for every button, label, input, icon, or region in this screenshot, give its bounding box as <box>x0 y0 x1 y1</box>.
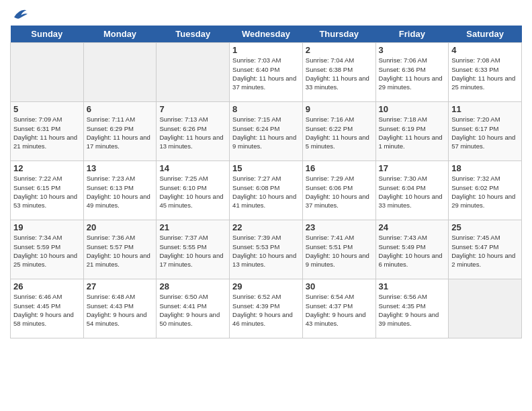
calendar-cell: 3Sunrise: 7:06 AM Sunset: 6:36 PM Daylig… <box>375 43 449 102</box>
calendar-cell: 30Sunrise: 6:54 AM Sunset: 4:37 PM Dayli… <box>302 279 375 338</box>
day-number: 30 <box>306 281 373 291</box>
day-info: Sunrise: 7:25 AM Sunset: 6:10 PM Dayligh… <box>159 174 226 210</box>
calendar-cell: 24Sunrise: 7:43 AM Sunset: 5:49 PM Dayli… <box>375 220 449 279</box>
calendar-cell: 16Sunrise: 7:29 AM Sunset: 6:06 PM Dayli… <box>302 161 375 220</box>
day-number: 28 <box>159 281 226 291</box>
day-info: Sunrise: 7:13 AM Sunset: 6:26 PM Dayligh… <box>159 115 226 150</box>
day-header-saturday: Saturday <box>449 26 522 43</box>
day-info: Sunrise: 7:09 AM Sunset: 6:31 PM Dayligh… <box>13 115 81 150</box>
day-number: 11 <box>451 104 519 114</box>
day-number: 8 <box>232 104 300 114</box>
header-row: SundayMondayTuesdayWednesdayThursdayFrid… <box>11 26 522 43</box>
calendar-cell: 14Sunrise: 7:25 AM Sunset: 6:10 PM Dayli… <box>157 161 230 220</box>
logo-bird-icon <box>11 7 28 20</box>
day-number: 23 <box>306 222 373 232</box>
day-number: 29 <box>232 281 300 291</box>
calendar-container: SundayMondayTuesdayWednesdayThursdayFrid… <box>0 0 532 345</box>
day-info: Sunrise: 7:29 AM Sunset: 6:06 PM Dayligh… <box>306 174 373 210</box>
day-number: 17 <box>379 163 446 173</box>
page-header <box>10 7 522 20</box>
calendar-cell: 2Sunrise: 7:04 AM Sunset: 6:38 PM Daylig… <box>302 43 375 102</box>
day-number: 2 <box>306 45 373 55</box>
calendar-cell: 21Sunrise: 7:37 AM Sunset: 5:55 PM Dayli… <box>157 220 230 279</box>
day-info: Sunrise: 7:20 AM Sunset: 6:17 PM Dayligh… <box>451 115 519 150</box>
calendar-cell: 28Sunrise: 6:50 AM Sunset: 4:41 PM Dayli… <box>157 279 230 338</box>
calendar-cell: 31Sunrise: 6:56 AM Sunset: 4:35 PM Dayli… <box>375 279 449 338</box>
calendar-cell: 9Sunrise: 7:16 AM Sunset: 6:22 PM Daylig… <box>302 102 375 161</box>
day-info: Sunrise: 7:11 AM Sunset: 6:29 PM Dayligh… <box>87 115 154 150</box>
day-info: Sunrise: 7:04 AM Sunset: 6:38 PM Dayligh… <box>306 56 373 91</box>
day-number: 5 <box>13 104 81 114</box>
day-number: 25 <box>451 222 519 232</box>
day-info: Sunrise: 6:50 AM Sunset: 4:41 PM Dayligh… <box>159 292 226 328</box>
calendar-cell: 22Sunrise: 7:39 AM Sunset: 5:53 PM Dayli… <box>230 220 303 279</box>
week-row-5: 26Sunrise: 6:46 AM Sunset: 4:45 PM Dayli… <box>11 279 522 338</box>
week-row-2: 5Sunrise: 7:09 AM Sunset: 6:31 PM Daylig… <box>11 102 522 161</box>
calendar-cell <box>449 279 522 338</box>
day-info: Sunrise: 7:32 AM Sunset: 6:02 PM Dayligh… <box>451 174 519 210</box>
day-info: Sunrise: 7:03 AM Sunset: 6:40 PM Dayligh… <box>232 56 300 91</box>
day-number: 6 <box>87 104 154 114</box>
day-number: 1 <box>232 45 300 55</box>
calendar-cell: 20Sunrise: 7:36 AM Sunset: 5:57 PM Dayli… <box>83 220 157 279</box>
calendar-cell: 11Sunrise: 7:20 AM Sunset: 6:17 PM Dayli… <box>449 102 522 161</box>
calendar-cell: 29Sunrise: 6:52 AM Sunset: 4:39 PM Dayli… <box>230 279 303 338</box>
day-header-monday: Monday <box>83 26 157 43</box>
day-info: Sunrise: 7:36 AM Sunset: 5:57 PM Dayligh… <box>87 233 154 269</box>
calendar-cell: 23Sunrise: 7:41 AM Sunset: 5:51 PM Dayli… <box>302 220 375 279</box>
calendar-cell: 17Sunrise: 7:30 AM Sunset: 6:04 PM Dayli… <box>375 161 449 220</box>
calendar-cell: 10Sunrise: 7:18 AM Sunset: 6:19 PM Dayli… <box>375 102 449 161</box>
day-header-tuesday: Tuesday <box>157 26 230 43</box>
day-header-wednesday: Wednesday <box>230 26 303 43</box>
day-info: Sunrise: 7:18 AM Sunset: 6:19 PM Dayligh… <box>379 115 446 150</box>
calendar-cell: 15Sunrise: 7:27 AM Sunset: 6:08 PM Dayli… <box>230 161 303 220</box>
day-number: 7 <box>159 104 226 114</box>
day-info: Sunrise: 6:54 AM Sunset: 4:37 PM Dayligh… <box>306 292 373 328</box>
day-info: Sunrise: 6:56 AM Sunset: 4:35 PM Dayligh… <box>379 292 446 328</box>
day-info: Sunrise: 6:52 AM Sunset: 4:39 PM Dayligh… <box>232 292 300 328</box>
day-number: 24 <box>379 222 446 232</box>
day-number: 16 <box>306 163 373 173</box>
day-number: 3 <box>379 45 446 55</box>
day-info: Sunrise: 7:08 AM Sunset: 6:33 PM Dayligh… <box>451 56 519 91</box>
day-number: 13 <box>87 163 154 173</box>
calendar-cell: 25Sunrise: 7:45 AM Sunset: 5:47 PM Dayli… <box>449 220 522 279</box>
calendar-cell <box>83 43 157 102</box>
day-header-thursday: Thursday <box>302 26 375 43</box>
calendar-cell: 1Sunrise: 7:03 AM Sunset: 6:40 PM Daylig… <box>230 43 303 102</box>
week-row-1: 1Sunrise: 7:03 AM Sunset: 6:40 PM Daylig… <box>11 43 522 102</box>
calendar-cell: 18Sunrise: 7:32 AM Sunset: 6:02 PM Dayli… <box>449 161 522 220</box>
day-number: 31 <box>379 281 446 291</box>
day-info: Sunrise: 6:46 AM Sunset: 4:45 PM Dayligh… <box>13 292 81 328</box>
day-number: 21 <box>159 222 226 232</box>
day-number: 22 <box>232 222 300 232</box>
day-info: Sunrise: 7:37 AM Sunset: 5:55 PM Dayligh… <box>159 233 226 269</box>
day-info: Sunrise: 7:16 AM Sunset: 6:22 PM Dayligh… <box>306 115 373 150</box>
day-info: Sunrise: 7:23 AM Sunset: 6:13 PM Dayligh… <box>87 174 154 210</box>
day-number: 12 <box>13 163 81 173</box>
calendar-cell <box>11 43 84 102</box>
day-number: 10 <box>379 104 446 114</box>
calendar-cell: 27Sunrise: 6:48 AM Sunset: 4:43 PM Dayli… <box>83 279 157 338</box>
week-row-4: 19Sunrise: 7:34 AM Sunset: 5:59 PM Dayli… <box>11 220 522 279</box>
logo <box>10 7 28 20</box>
day-info: Sunrise: 7:39 AM Sunset: 5:53 PM Dayligh… <box>232 233 300 269</box>
day-number: 20 <box>87 222 154 232</box>
day-number: 18 <box>451 163 519 173</box>
day-info: Sunrise: 7:34 AM Sunset: 5:59 PM Dayligh… <box>13 233 81 269</box>
calendar-cell: 8Sunrise: 7:15 AM Sunset: 6:24 PM Daylig… <box>230 102 303 161</box>
day-info: Sunrise: 7:22 AM Sunset: 6:15 PM Dayligh… <box>13 174 81 210</box>
calendar-cell: 5Sunrise: 7:09 AM Sunset: 6:31 PM Daylig… <box>11 102 84 161</box>
day-info: Sunrise: 7:27 AM Sunset: 6:08 PM Dayligh… <box>232 174 300 210</box>
day-number: 9 <box>306 104 373 114</box>
calendar-cell: 13Sunrise: 7:23 AM Sunset: 6:13 PM Dayli… <box>83 161 157 220</box>
day-number: 26 <box>13 281 81 291</box>
day-info: Sunrise: 7:30 AM Sunset: 6:04 PM Dayligh… <box>379 174 446 210</box>
day-header-sunday: Sunday <box>11 26 84 43</box>
day-info: Sunrise: 7:43 AM Sunset: 5:49 PM Dayligh… <box>379 233 446 269</box>
day-number: 4 <box>451 45 519 55</box>
calendar-cell: 7Sunrise: 7:13 AM Sunset: 6:26 PM Daylig… <box>157 102 230 161</box>
day-number: 27 <box>87 281 154 291</box>
day-number: 14 <box>159 163 226 173</box>
calendar-cell: 19Sunrise: 7:34 AM Sunset: 5:59 PM Dayli… <box>11 220 84 279</box>
